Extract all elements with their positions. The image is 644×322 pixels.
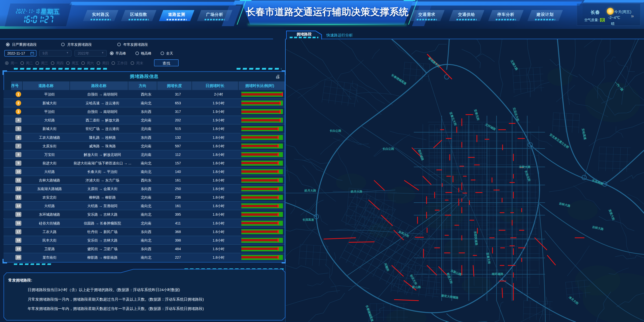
svg-text:吉林大路: 吉林大路 [559, 202, 571, 208]
svg-text:京哈高速: 京哈高速 [581, 128, 587, 140]
svg-text:东荣大路: 东荣大路 [519, 165, 531, 168]
svg-text:蔚山路: 蔚山路 [412, 286, 421, 289]
svg-text:皓月大路: 皓月大路 [351, 190, 363, 193]
svg-text:长深高速: 长深高速 [302, 218, 314, 221]
svg-text:长吉高速: 长吉高速 [592, 179, 604, 186]
svg-text:兴顺街: 兴顺街 [383, 262, 390, 272]
svg-text:亚泰北大街: 亚泰北大街 [449, 112, 457, 126]
svg-text:长春绕城高速: 长春绕城高速 [365, 305, 374, 322]
svg-text:建世大街辅路: 建世大街辅路 [441, 294, 459, 299]
svg-text:前进大街: 前进大街 [446, 272, 453, 284]
svg-text:长春绕城高速: 长春绕城高速 [391, 73, 407, 85]
svg-text:南环城路: 南环城路 [491, 272, 504, 275]
svg-text:长白公路: 长白公路 [383, 147, 394, 150]
svg-text:皓月大路: 皓月大路 [304, 189, 316, 192]
svg-text:净月大街: 净月大街 [568, 295, 579, 305]
svg-text:北湖大路: 北湖大路 [510, 59, 518, 71]
svg-text:长白公路: 长白公路 [330, 129, 342, 132]
svg-text:北环城路: 北环城路 [484, 123, 497, 131]
svg-text:亚泰北街: 亚泰北街 [474, 109, 480, 121]
svg-text:安龙泉互通立交桥: 安龙泉互通立交桥 [549, 133, 570, 149]
svg-text:英俊大街: 英俊大街 [608, 209, 615, 221]
svg-text:吉林大路: 吉林大路 [592, 225, 604, 231]
svg-text:西环城路: 西环城路 [418, 149, 425, 161]
svg-text:长吉北街: 长吉北街 [524, 170, 531, 182]
